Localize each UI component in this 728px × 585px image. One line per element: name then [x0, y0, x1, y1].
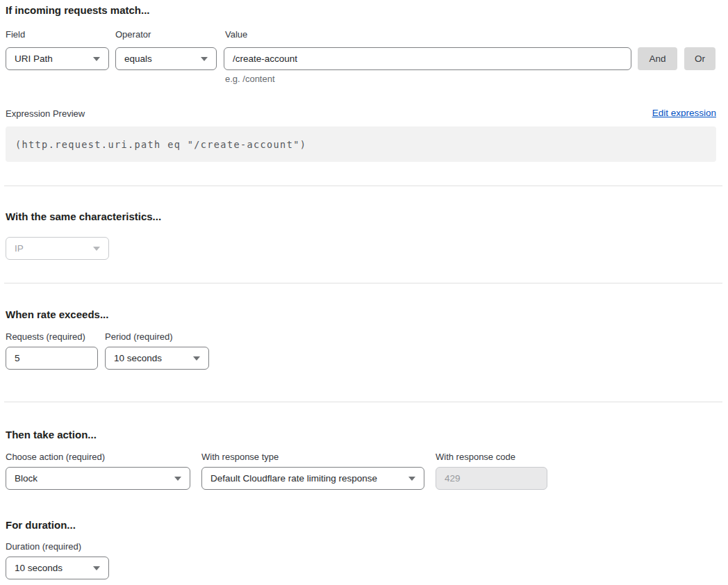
chevron-down-icon: [93, 566, 100, 570]
duration-select[interactable]: 10 seconds: [6, 557, 109, 579]
rate-section-title: When rate exceeds...: [6, 308, 108, 320]
value-hint: e.g. /content: [225, 74, 275, 84]
duration-label: Duration (required): [6, 541, 81, 552]
choose-action-select[interactable]: Block: [6, 467, 190, 490]
value-input[interactable]: [224, 47, 631, 70]
chevron-down-icon: [193, 356, 200, 361]
choose-action-label: Choose action (required): [6, 452, 105, 462]
operator-label: Operator: [115, 29, 151, 40]
chevron-down-icon: [201, 57, 208, 61]
or-button[interactable]: Or: [684, 47, 715, 70]
and-button[interactable]: And: [638, 47, 677, 70]
expression-preview-block: (http.request.uri.path eq "/create-accou…: [6, 126, 716, 162]
response-code-input: [436, 467, 547, 490]
duration-select-value: 10 seconds: [15, 563, 63, 573]
match-section-title: If incoming requests match...: [6, 4, 150, 16]
choose-action-select-value: Block: [15, 473, 38, 484]
response-type-select-value: Default Cloudflare rate limiting respons…: [210, 473, 377, 484]
chevron-down-icon: [408, 477, 415, 481]
rate-limiting-rule-form: If incoming requests match... Field Oper…: [0, 0, 728, 585]
operator-select[interactable]: equals: [115, 47, 217, 70]
characteristic-select-value: IP: [15, 243, 24, 254]
requests-label: Requests (required): [6, 331, 85, 342]
period-label: Period (required): [105, 331, 173, 342]
chevron-down-icon: [93, 247, 100, 251]
response-type-label: With response type: [201, 452, 279, 462]
period-select-value: 10 seconds: [114, 353, 162, 363]
section-divider: [4, 402, 722, 402]
section-divider: [4, 283, 722, 283]
field-label: Field: [6, 29, 25, 40]
requests-input[interactable]: [6, 347, 98, 370]
edit-expression-link[interactable]: Edit expression: [652, 108, 716, 118]
operator-select-value: equals: [124, 53, 152, 64]
chevron-down-icon: [93, 57, 100, 61]
response-code-label: With response code: [436, 452, 515, 462]
duration-section-title: For duration...: [6, 519, 76, 531]
characteristic-select: IP: [6, 237, 109, 260]
field-select-value: URI Path: [15, 53, 53, 64]
characteristics-section-title: With the same characteristics...: [6, 211, 161, 222]
period-select[interactable]: 10 seconds: [105, 347, 209, 370]
value-label: Value: [225, 29, 247, 40]
expression-preview-text: (http.request.uri.path eq "/create-accou…: [15, 139, 306, 150]
action-section-title: Then take action...: [6, 429, 97, 440]
chevron-down-icon: [174, 477, 181, 481]
field-select[interactable]: URI Path: [6, 47, 109, 70]
response-type-select[interactable]: Default Cloudflare rate limiting respons…: [201, 467, 424, 490]
section-divider: [4, 186, 722, 186]
expression-preview-label: Expression Preview: [6, 108, 85, 119]
